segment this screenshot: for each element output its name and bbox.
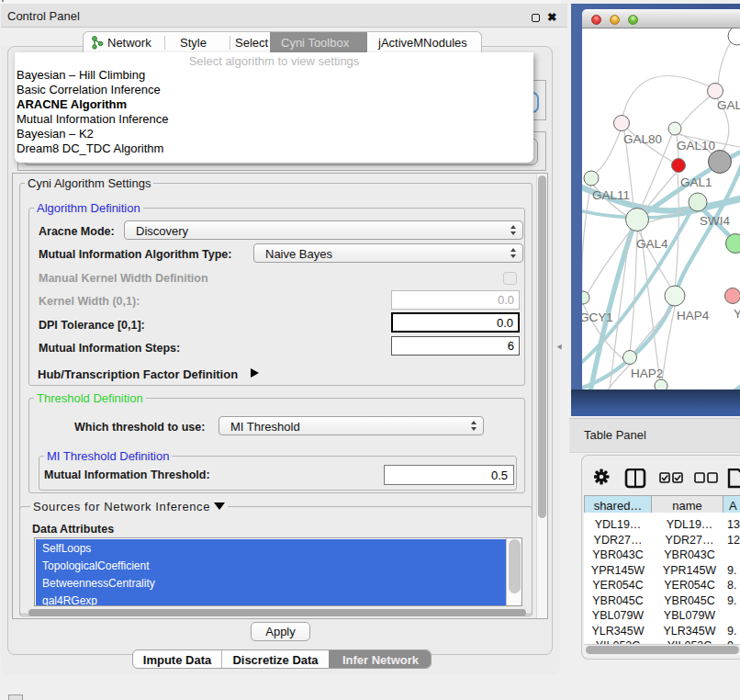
svg-text:GAL10: GAL10 bbox=[677, 139, 715, 152]
svg-text:GCY1: GCY1 bbox=[582, 310, 613, 324]
svg-text:Y: Y bbox=[734, 307, 740, 321]
svg-text:GAL80: GAL80 bbox=[623, 132, 662, 146]
svg-text:SWI4: SWI4 bbox=[700, 214, 730, 228]
svg-text:GAL1: GAL1 bbox=[680, 175, 712, 189]
svg-text:GAL4: GAL4 bbox=[636, 237, 668, 251]
svg-text:HAP4: HAP4 bbox=[677, 309, 710, 322]
svg-text:GAL11: GAL11 bbox=[592, 188, 630, 202]
svg-text:GAL2: GAL2 bbox=[717, 98, 740, 112]
svg-text:HAP2: HAP2 bbox=[631, 367, 663, 380]
